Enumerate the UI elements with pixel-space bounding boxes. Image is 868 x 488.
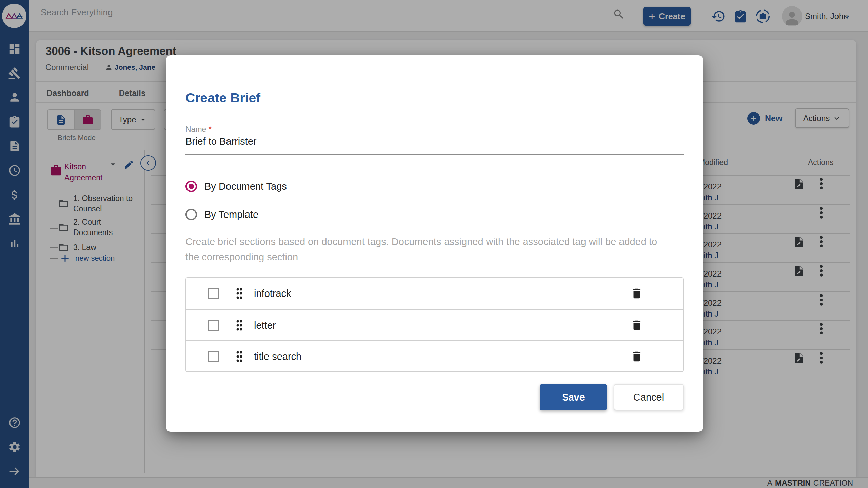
radio-unselected-icon [185, 209, 197, 220]
dialog-description: Create brief sections based on document … [185, 234, 660, 265]
required-asterisk: * [209, 125, 212, 134]
radio-selected-icon [185, 181, 197, 192]
create-brief-dialog: Create Brief Name * By Document Tags By … [166, 55, 703, 432]
name-label-text: Name [185, 125, 206, 134]
radio-by-template-label: By Template [204, 209, 258, 220]
section-row-infotrack: infotrack [186, 278, 683, 309]
drag-handle-icon[interactable] [236, 350, 243, 364]
dialog-divider [185, 113, 684, 113]
brief-name-input[interactable] [185, 136, 660, 147]
app-root: + Create Smith, John [0, 0, 868, 488]
dialog-title: Create Brief [185, 90, 260, 105]
section-row-letter: letter [186, 309, 683, 340]
radio-by-document-tags-label: By Document Tags [204, 181, 287, 192]
delete-section-trash-icon[interactable] [630, 319, 643, 333]
section-tag-label: infotrack [254, 278, 291, 309]
radio-by-document-tags[interactable]: By Document Tags [185, 181, 287, 192]
section-row-title-search: title search [186, 340, 683, 371]
brief-sections-list: infotrack letter title [185, 277, 684, 372]
cancel-button[interactable]: Cancel [614, 384, 684, 410]
section-checkbox[interactable] [208, 351, 219, 362]
drag-handle-icon[interactable] [236, 287, 243, 301]
drag-handle-icon[interactable] [236, 319, 243, 333]
section-tag-label: letter [254, 310, 276, 341]
name-input-underline [185, 154, 684, 155]
section-checkbox[interactable] [208, 288, 219, 299]
save-button[interactable]: Save [540, 384, 607, 410]
section-checkbox[interactable] [208, 320, 219, 331]
name-field-label: Name * [185, 125, 212, 134]
delete-section-trash-icon[interactable] [630, 350, 643, 364]
radio-by-template[interactable]: By Template [185, 209, 258, 220]
delete-section-trash-icon[interactable] [630, 287, 643, 301]
section-tag-label: title search [254, 341, 301, 372]
